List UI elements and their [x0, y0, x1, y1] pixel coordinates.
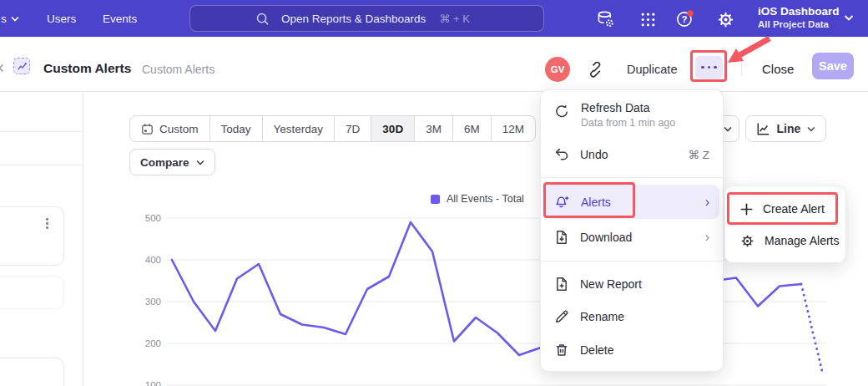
- left-sidebar: [0, 92, 83, 386]
- project-switcher[interactable]: iOS Dashboard All Project Data: [758, 4, 840, 30]
- legend-item[interactable]: All Events - Total: [431, 193, 524, 205]
- range-custom[interactable]: Custom: [130, 116, 209, 141]
- refresh-status: Data from 1 min ago: [581, 117, 675, 129]
- nav-item-users[interactable]: Users: [47, 0, 76, 37]
- gear-icon: [740, 234, 754, 248]
- search-icon: [255, 12, 270, 26]
- menu-divider: [541, 261, 723, 262]
- range-7d[interactable]: 7D: [334, 116, 371, 141]
- menu-item-alerts[interactable]: Alerts ›: [546, 185, 719, 219]
- sidebar-card[interactable]: [0, 206, 64, 266]
- report-options-menu: Refresh Data Data from 1 min ago Undo ⌘ …: [540, 89, 724, 372]
- download-icon: [554, 230, 569, 245]
- help-icon[interactable]: ?: [675, 9, 695, 29]
- chevron-down-icon[interactable]: [844, 14, 854, 22]
- svg-text:?: ?: [681, 14, 687, 24]
- range-today[interactable]: Today: [209, 116, 262, 141]
- menu-item-rename[interactable]: Rename: [541, 301, 723, 333]
- report-header: Custom Alerts Custom Alerts GV Duplicate…: [0, 37, 868, 92]
- copy-link-icon[interactable]: [584, 58, 606, 80]
- search-input[interactable]: Open Reports & Dashboards ⌘ + K: [189, 5, 544, 32]
- card-menu-icon[interactable]: [46, 218, 48, 229]
- app-window: 100200300400500 All Events - Total Custo…: [0, 0, 868, 386]
- range-3m[interactable]: 3M: [414, 116, 452, 141]
- range-12m[interactable]: 12M: [491, 116, 535, 141]
- menu-item-undo[interactable]: Undo ⌘ Z: [541, 140, 723, 170]
- menu-item-refresh-data[interactable]: Refresh Data Data from 1 min ago: [541, 97, 723, 135]
- bell-plus-icon: [554, 194, 570, 210]
- calendar-icon: [141, 123, 154, 135]
- chevron-down-icon: [724, 126, 732, 132]
- alerts-submenu: Create Alert Manage Alerts: [724, 185, 846, 263]
- y-axis-label: 200: [145, 338, 161, 348]
- save-button[interactable]: Save: [812, 53, 854, 79]
- range-yesterday[interactable]: Yesterday: [262, 116, 335, 141]
- nav-item-events[interactable]: Events: [103, 0, 137, 37]
- breadcrumb: Custom Alerts: [142, 63, 214, 76]
- more-options-button[interactable]: [695, 56, 723, 79]
- line-chart-icon: [756, 122, 770, 136]
- y-axis-label: 100: [145, 380, 161, 386]
- chevron-down-icon: [11, 16, 19, 22]
- submenu-item-create-alert[interactable]: Create Alert: [725, 193, 845, 225]
- menu-item-new-report[interactable]: New Report: [541, 268, 723, 300]
- duplicate-button[interactable]: Duplicate: [627, 63, 677, 76]
- top-navbar: s Users Events Open Reports & Dashboards…: [0, 0, 868, 37]
- sidebar-card[interactable]: [0, 276, 64, 309]
- date-range-control: Custom Today Yesterday 7D 30D 3M 6M 12M: [129, 115, 536, 142]
- report-type-icon: [13, 58, 30, 74]
- sidebar-divider: [0, 165, 83, 165]
- collapse-chevron-icon[interactable]: [0, 63, 4, 73]
- nav-item-clipped[interactable]: s: [1, 0, 19, 37]
- menu-divider: [541, 177, 723, 178]
- chart-type-button[interactable]: Line: [745, 115, 826, 142]
- search-placeholder: Open Reports & Dashboards: [281, 13, 426, 25]
- undo-shortcut: ⌘ Z: [689, 148, 710, 161]
- refresh-icon: [554, 104, 570, 119]
- menu-item-download[interactable]: Download ›: [541, 221, 723, 252]
- submenu-item-manage-alerts[interactable]: Manage Alerts: [725, 225, 845, 256]
- new-report-icon: [554, 277, 569, 292]
- divider: [741, 53, 742, 76]
- trash-icon: [554, 343, 569, 358]
- close-button[interactable]: Close: [762, 62, 794, 76]
- compare-button[interactable]: Compare: [129, 149, 215, 175]
- project-scope: All Project Data: [758, 18, 840, 30]
- legend-swatch: [431, 195, 440, 204]
- y-axis-label: 500: [145, 213, 161, 223]
- y-axis-label: 300: [145, 297, 161, 307]
- chevron-down-icon: [807, 126, 815, 132]
- settings-gear-icon[interactable]: [715, 9, 735, 29]
- y-axis-label: 400: [145, 255, 161, 265]
- range-30d-selected[interactable]: 30D: [371, 116, 414, 141]
- plus-icon: [740, 203, 753, 216]
- pencil-icon: [554, 309, 569, 324]
- page-title: Custom Alerts: [43, 61, 131, 76]
- menu-item-delete[interactable]: Delete: [541, 334, 723, 366]
- search-shortcut: ⌘ + K: [439, 13, 470, 25]
- submenu-chevron-icon: ›: [705, 195, 709, 210]
- avatar[interactable]: GV: [545, 57, 570, 82]
- data-management-icon[interactable]: [595, 9, 615, 29]
- legend-label: All Events - Total: [447, 193, 524, 205]
- chevron-down-icon: [196, 160, 204, 165]
- sidebar-card[interactable]: [0, 358, 64, 386]
- undo-icon: [554, 147, 569, 162]
- apps-grid-icon[interactable]: [638, 9, 658, 29]
- range-6m[interactable]: 6M: [452, 116, 491, 141]
- sidebar-divider: [0, 131, 83, 132]
- submenu-chevron-icon: ›: [705, 230, 709, 245]
- project-name: iOS Dashboard: [758, 4, 840, 18]
